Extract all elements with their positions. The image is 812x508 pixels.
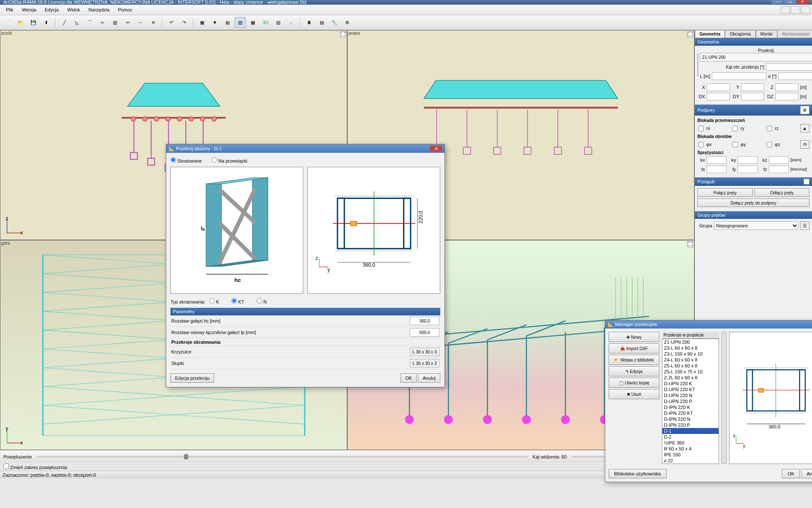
beam-icon[interactable]: ═ [97, 17, 108, 28]
list-item[interactable]: D-UPN 220 KT [662, 387, 719, 392]
mgr-btn-usuń[interactable]: ✖ Usuń [609, 389, 659, 399]
oz-check[interactable] [767, 142, 772, 147]
edycja-button[interactable]: Edycja przekroju [170, 373, 214, 383]
kat-obr-input[interactable] [766, 63, 812, 71]
fy-input[interactable] [738, 166, 757, 173]
zmien-zakres-check[interactable] [3, 464, 9, 469]
ry-check[interactable] [732, 126, 738, 131]
minimize-button[interactable]: — [771, 0, 783, 4]
list-item[interactable]: D-IPN 220 K [662, 404, 719, 410]
bar-icon[interactable]: ╱ [59, 17, 70, 28]
ky-input[interactable] [738, 156, 757, 164]
list-item[interactable]: Z5-L 150 x 75 x 10 [662, 369, 719, 375]
mgr-ok-button[interactable]: OK [782, 469, 800, 478]
dialog-close-icon[interactable]: ✕ [430, 146, 442, 152]
dy-input[interactable] [741, 93, 764, 100]
tab-wymiarowanie[interactable]: Wymiarowanie [777, 30, 812, 38]
biblioteka-button[interactable]: Biblioteka użytkownika [609, 469, 667, 478]
grupa-select[interactable]: Niepogrupowane [714, 221, 798, 230]
style-icon-1[interactable] [781, 6, 790, 14]
radio-skratowane[interactable]: Skratowane [170, 158, 202, 163]
list-item[interactable]: ½IPE 360 [662, 440, 719, 446]
tab-wyniki[interactable]: Wyniki [756, 30, 777, 38]
list-item[interactable]: D-IPN 220 KT [662, 410, 719, 416]
style-icon-3[interactable] [801, 6, 810, 14]
mgr-btn-wstaw-z-biblioteki[interactable]: 📂 Wstaw z biblioteki [609, 355, 659, 365]
view-icon[interactable]: ▧ [235, 17, 246, 28]
results-icon[interactable]: ▨ [273, 17, 284, 28]
grid-icon[interactable]: ▦ [197, 17, 208, 28]
menu-plik[interactable]: Plik [2, 7, 18, 12]
list-item[interactable]: Z3-L 150 x 90 x 10 [662, 351, 719, 357]
hc-input[interactable] [410, 317, 439, 325]
mgr-anuluj-button[interactable]: Anuluj [801, 469, 812, 478]
oy-check[interactable] [732, 142, 738, 147]
layers-icon[interactable]: ▤ [222, 17, 233, 28]
angle-icon[interactable]: ◺ [71, 17, 82, 28]
menu-narzedzia[interactable]: Narzędzia [84, 7, 114, 12]
radio-n[interactable]: N [257, 299, 267, 304]
anuluj-button[interactable]: Anuluj [418, 373, 440, 383]
alpha-input[interactable] [778, 72, 812, 80]
truss-icon[interactable]: ▥ [110, 17, 121, 28]
maximize-icon[interactable]: ⛶ [687, 31, 693, 37]
radio-przewiazki[interactable]: Na przewiązki [211, 158, 247, 163]
rx-check[interactable] [698, 126, 704, 131]
lp-input[interactable] [410, 328, 439, 337]
arc-icon[interactable]: ⌒ [84, 17, 95, 28]
ok-button[interactable]: OK [401, 373, 417, 383]
dx-input[interactable] [707, 93, 730, 100]
redo-icon[interactable]: ↷ [178, 17, 189, 28]
load-icon[interactable]: ↓ [285, 17, 296, 28]
tools-icon[interactable]: ⚙ [342, 17, 353, 28]
maximize-icon[interactable]: ⛶ [340, 31, 346, 37]
polacz-button[interactable]: Połącz pręty [697, 188, 753, 197]
x-input[interactable] [707, 83, 730, 91]
scrollbar[interactable] [721, 332, 727, 464]
list-item[interactable]: D-1 [662, 428, 719, 434]
table-icon[interactable]: ▦ [247, 17, 258, 28]
dim-icon[interactable]: ↔ [135, 17, 146, 28]
menu-edycja[interactable]: Edycja [41, 7, 63, 12]
menu-wersja[interactable]: Wersja [18, 7, 41, 12]
support-icon[interactable]: ▲ [800, 124, 809, 133]
tab-obciazenia[interactable]: Obciążenia [725, 30, 755, 38]
delete-icon[interactable]: ✕ [148, 17, 159, 28]
mgr-btn-edycja[interactable]: ✎ Edycja [609, 366, 659, 376]
przekroj-select[interactable]: Z1-UPN 200 [700, 53, 812, 61]
save-icon[interactable]: 💾 [28, 17, 39, 28]
list-item[interactable]: Z3-L 60 x 60 x 8 [662, 345, 719, 351]
list-item[interactable]: Z4-L 60 x 60 x 8 [662, 357, 719, 363]
list-item[interactable]: D-IPN 220 N [662, 416, 719, 422]
mgr-btn-nowy[interactable]: ✚ Nowy [609, 332, 659, 342]
list-item[interactable]: D-UPN 220 N [662, 392, 719, 398]
mgr-btn-import-dxf[interactable]: 📥 Import DXF [609, 343, 659, 353]
maximize-icon[interactable]: ⛶ [687, 241, 693, 247]
menu-pomoc[interactable]: Pomoc [114, 7, 137, 12]
calc-icon[interactable]: 🖩 [304, 17, 315, 28]
kx-input[interactable] [707, 156, 727, 164]
list-item[interactable]: D-UPN 220 P [662, 398, 719, 404]
menu-widok[interactable]: Widok [63, 7, 85, 12]
list-item[interactable]: Z-2L 60 x 60 x 8 [662, 375, 719, 381]
3d-icon[interactable]: 3D [260, 17, 271, 28]
fz-input[interactable] [769, 166, 789, 173]
list-item[interactable]: D-IPN 220 P [662, 422, 719, 428]
radio-kt[interactable]: KT [231, 299, 244, 304]
podpory-opts-icon[interactable]: ⚙ [800, 106, 809, 114]
open-icon[interactable]: 📂 [15, 17, 26, 28]
list-item[interactable]: Z1-UPN 200 [662, 339, 719, 345]
rz-check[interactable] [767, 126, 772, 131]
slupki-button[interactable]: L 30 x 30 x 3 [410, 359, 439, 367]
fx-input[interactable] [707, 166, 727, 173]
export-icon[interactable]: ⬆ [41, 17, 52, 28]
undo-icon[interactable]: ↶ [166, 17, 177, 28]
y-input[interactable] [741, 83, 764, 91]
new-icon[interactable]: 📄 [3, 17, 14, 28]
l-input[interactable] [712, 72, 766, 80]
list-item[interactable]: R 60 x 50 x 4 [662, 446, 719, 452]
dz-input[interactable] [775, 93, 798, 100]
report-icon[interactable]: ▤ [316, 17, 327, 28]
filter-icon[interactable]: ▼ [209, 17, 220, 28]
list-item[interactable]: o 22 [662, 458, 719, 464]
